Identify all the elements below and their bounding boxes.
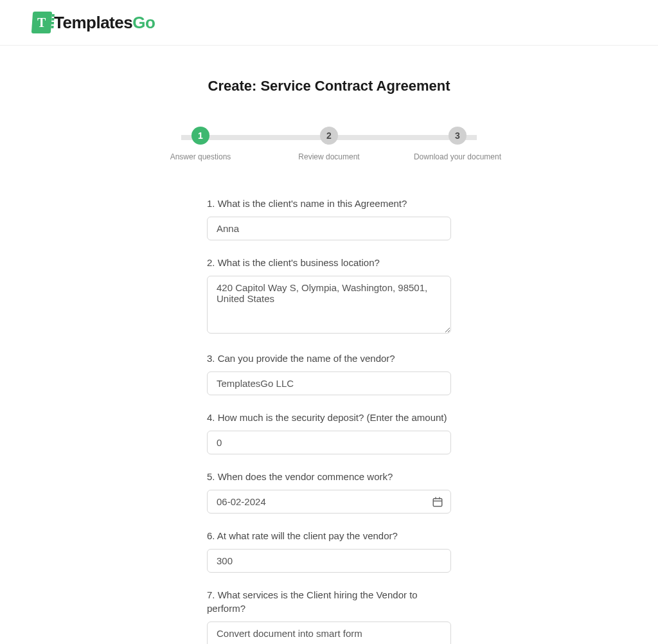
main-content: Create: Service Contract Agreement 1 Ans… [85,46,573,644]
step-1-circle: 1 [191,127,209,145]
services-input[interactable]: Convert document into smart form [207,622,451,644]
logo-text: TemplatesGo [54,13,155,33]
question-1-label: 1. What is the client's name in this Agr… [207,197,451,210]
question-2: 2. What is the client's business locatio… [207,256,451,336]
question-3-label: 3. Can you provide the name of the vendo… [207,352,451,365]
step-2-circle: 2 [320,127,338,145]
question-7-label: 7. What services is the Client hiring th… [207,588,451,615]
logo-icon: T [31,12,52,33]
step-3-circle: 3 [449,127,467,145]
step-2[interactable]: 2 Review document [278,127,380,161]
question-4-label: 4. How much is the security deposit? (En… [207,411,451,424]
step-3[interactable]: 3 Download your document [406,127,509,161]
client-name-input[interactable] [207,217,451,240]
client-location-input[interactable]: 420 Capitol Way S, Olympia, Washington, … [207,276,451,334]
question-1: 1. What is the client's name in this Agr… [207,197,451,240]
step-1-label: Answer questions [170,152,231,161]
question-form: 1. What is the client's name in this Agr… [207,197,451,644]
question-4: 4. How much is the security deposit? (En… [207,411,451,454]
question-5-label: 5. When does the vendor commence work? [207,470,451,483]
brand-logo[interactable]: T TemplatesGo [32,12,626,33]
question-7: 7. What services is the Client hiring th… [207,588,451,644]
question-3: 3. Can you provide the name of the vendo… [207,352,451,395]
header: T TemplatesGo [0,0,658,46]
vendor-name-input[interactable] [207,371,451,395]
question-2-label: 2. What is the client's business locatio… [207,256,451,269]
step-1[interactable]: 1 Answer questions [149,127,252,161]
question-6: 6. At what rate will the client pay the … [207,529,451,573]
progress-stepper: 1 Answer questions 2 Review document 3 D… [149,127,509,161]
page-title: Create: Service Contract Agreement [98,78,560,94]
question-5: 5. When does the vendor commence work? [207,470,451,514]
commence-date-input[interactable] [207,490,451,514]
step-3-label: Download your document [414,152,501,161]
question-6-label: 6. At what rate will the client pay the … [207,529,451,542]
security-deposit-input[interactable] [207,431,451,454]
rate-input[interactable] [207,549,451,573]
step-2-label: Review document [298,152,359,161]
